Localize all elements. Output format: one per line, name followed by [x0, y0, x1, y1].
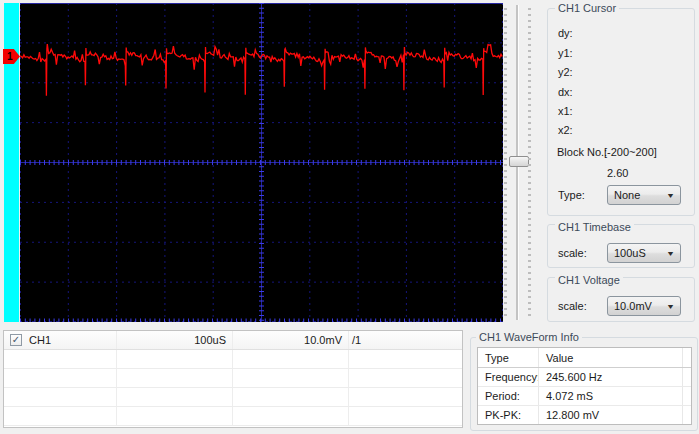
block-no-range: [-200~200] [604, 146, 657, 158]
empty-channel-row [4, 388, 462, 407]
voltage-scale-label: scale: [558, 300, 587, 312]
cursor-x2-label: x2: [558, 124, 573, 136]
scope-display [20, 3, 503, 322]
frequency-value: 245.600 Hz [539, 368, 683, 386]
cursor-x1-label: x1: [558, 105, 573, 117]
block-no-label: Block No.: [557, 146, 607, 158]
voltage-group-title: CH1 Voltage [555, 274, 623, 286]
vertical-slider-handle[interactable] [509, 156, 529, 167]
channel-voltage: 10.0mV [304, 334, 342, 346]
empty-channel-row [4, 369, 462, 388]
period-row: Period: 4.072 mS [478, 387, 691, 406]
waveform-info-table: Type Value Frequency: 245.600 Hz Period:… [477, 347, 692, 425]
cursor-type-select[interactable]: None ▼ [607, 185, 681, 205]
timebase-scale-label: scale: [558, 247, 587, 259]
frequency-row: Frequency: 245.600 Hz [478, 368, 691, 387]
cursor-type-label: Type: [558, 189, 585, 201]
type-header: Type [478, 348, 539, 367]
frequency-label: Frequency: [478, 368, 539, 386]
period-label: Period: [478, 387, 539, 405]
cursor-dy-label: dy: [558, 27, 573, 39]
chevron-down-icon: ▼ [666, 192, 675, 199]
cursor-y1-label: y1: [558, 47, 573, 59]
pkpk-row: PK-PK: 12.800 mV [478, 406, 691, 424]
value-header: Value [539, 348, 683, 367]
channel-row-ch1[interactable]: ✓ CH1 100uS 10.0mV /1 [4, 331, 462, 350]
pkpk-label: PK-PK: [478, 406, 539, 424]
chevron-down-icon: ▼ [666, 303, 675, 310]
cursor-y2-label: y2: [558, 66, 573, 78]
slider-ticks-right [528, 8, 531, 316]
timebase-group-title: CH1 Timebase [555, 221, 634, 233]
cursor-type-value: None [614, 189, 667, 201]
waveform-info-header-row: Type Value [478, 348, 691, 368]
voltage-scale-select[interactable]: 10.0mV ▼ [607, 296, 681, 316]
waveform-info-title: CH1 WaveForm Info [476, 331, 582, 343]
channel-list-table: ✓ CH1 100uS 10.0mV /1 [3, 330, 463, 428]
channel-probe: /1 [352, 334, 361, 346]
voltage-scale-value: 10.0mV [614, 300, 667, 312]
empty-channel-row [4, 407, 462, 426]
ch1-visible-checkbox[interactable]: ✓ [10, 334, 22, 346]
chevron-down-icon: ▼ [666, 250, 675, 257]
period-value: 4.072 mS [539, 387, 683, 405]
slider-ticks-left [504, 8, 507, 316]
timebase-scale-select[interactable]: 100uS ▼ [607, 243, 681, 263]
cursor-dx-label: dx: [558, 86, 573, 98]
block-no-value: 2.60 [607, 167, 628, 179]
empty-channel-row [4, 350, 462, 369]
channel-timebase: 100uS [194, 334, 226, 346]
channel-name: CH1 [29, 334, 51, 346]
timebase-scale-value: 100uS [614, 247, 667, 259]
pkpk-value: 12.800 mV [539, 406, 683, 424]
check-icon: ✓ [12, 335, 20, 345]
cursor-group-title: CH1 Cursor [555, 2, 619, 14]
